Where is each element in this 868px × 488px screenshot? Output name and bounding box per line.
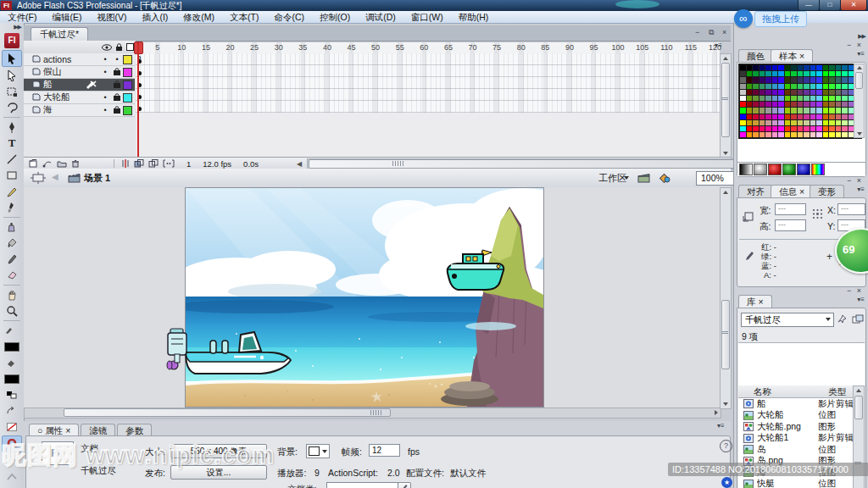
swatch-cell[interactable] <box>842 84 848 89</box>
panel-minimize-icon[interactable]: − <box>847 286 853 295</box>
gradient-swatch-linear-bw[interactable] <box>739 164 753 175</box>
swatch-cell[interactable] <box>842 108 848 113</box>
swatch-cell[interactable] <box>816 77 822 82</box>
layer-outline-color-swatch[interactable] <box>123 106 132 115</box>
swatch-cell[interactable] <box>765 114 771 119</box>
swatch-cell[interactable] <box>842 71 848 76</box>
swatch-cell[interactable] <box>791 114 797 119</box>
tab-parameters[interactable]: 参数 <box>117 424 152 436</box>
swatch-cell[interactable] <box>816 114 822 119</box>
swatch-cell[interactable] <box>823 132 829 137</box>
swatch-cell[interactable] <box>836 108 842 113</box>
menu-item-0[interactable]: 文件(F) <box>0 11 44 23</box>
swatch-cell[interactable] <box>816 102 822 107</box>
info-panel-menu-icon[interactable]: ▾≡ <box>857 186 865 192</box>
swatch-cell[interactable] <box>785 102 791 107</box>
bridge-icon[interactable]: ★ <box>721 477 732 488</box>
layer-row-大轮船[interactable]: 大轮船• <box>24 92 135 104</box>
layer-outline-color-swatch[interactable] <box>123 80 132 90</box>
delete-layer-button[interactable] <box>71 159 80 168</box>
swatch-cell[interactable] <box>823 126 829 131</box>
swatch-cell[interactable] <box>842 77 848 82</box>
edit-symbols-button[interactable] <box>658 172 670 183</box>
swatch-cell[interactable] <box>829 65 835 70</box>
library-item-岛[interactable]: 岛位图 <box>738 444 854 456</box>
swatch-cell[interactable] <box>816 126 822 131</box>
swatch-cell[interactable] <box>747 77 753 82</box>
swatch-cell[interactable] <box>829 132 835 137</box>
library-list-header[interactable]: 名称 类型 <box>738 385 854 398</box>
swatch-cell[interactable] <box>798 77 804 82</box>
swatch-cell[interactable] <box>747 120 753 125</box>
panel-minimize-icon[interactable]: − <box>847 41 853 49</box>
swatch-cell[interactable] <box>760 108 765 113</box>
width-field[interactable]: --- <box>775 203 806 215</box>
swatch-cell[interactable] <box>836 71 842 76</box>
outline-column-icon[interactable] <box>126 43 134 51</box>
swatch-cell[interactable] <box>829 71 835 76</box>
swatch-cell[interactable] <box>823 71 829 76</box>
document-tab[interactable]: 千帆过尽* <box>31 27 88 41</box>
swatch-cell[interactable] <box>836 77 842 82</box>
layer-visibility-dot[interactable]: • <box>99 93 111 102</box>
swatch-cell[interactable] <box>791 132 797 137</box>
menu-item-4[interactable]: 修改(M) <box>175 11 222 23</box>
tab-color[interactable]: 颜色 <box>738 49 773 62</box>
swatch-cell[interactable] <box>810 84 816 89</box>
swatch-cell[interactable] <box>798 65 804 70</box>
swatch-cell[interactable] <box>772 65 778 70</box>
gradient-swatch-radial-blue[interactable] <box>797 164 810 175</box>
tools-collapse-icon[interactable]: ▶▶ <box>0 23 24 30</box>
swatch-cell[interactable] <box>753 114 759 119</box>
tab-library[interactable]: 库 × <box>738 295 772 308</box>
swatch-cell[interactable] <box>785 71 791 76</box>
swatch-cell[interactable] <box>842 65 848 70</box>
rectangle-tool[interactable] <box>3 168 21 183</box>
swatch-cell[interactable] <box>836 132 842 137</box>
swatch-cell[interactable] <box>842 114 848 119</box>
no-color-button[interactable] <box>3 419 21 435</box>
swatch-cell[interactable] <box>823 108 829 113</box>
minimize-button[interactable]: — <box>798 0 820 11</box>
swatch-cell[interactable] <box>836 126 842 131</box>
swatch-cell[interactable] <box>747 65 753 70</box>
layer-row-船[interactable]: 船 <box>24 79 135 92</box>
scroll-up-arrow[interactable] <box>723 57 728 60</box>
doc-restore-icon[interactable]: ⧉ <box>709 28 714 37</box>
swatch-cell[interactable] <box>785 114 791 119</box>
swatch-cell[interactable] <box>798 132 804 137</box>
swatch-cell[interactable] <box>816 120 822 125</box>
layer-row-海[interactable]: 海• <box>24 104 135 117</box>
swatch-cell[interactable] <box>798 96 804 101</box>
swatch-cell[interactable] <box>747 108 753 113</box>
scrollbar-thumb[interactable] <box>64 408 391 417</box>
registration-grid-icon[interactable] <box>812 208 823 219</box>
swatch-cell[interactable] <box>836 84 842 89</box>
center-frame-button[interactable] <box>121 159 130 168</box>
close-button[interactable]: ✕ <box>840 0 867 11</box>
swatch-cell[interactable] <box>842 132 848 137</box>
tab-properties[interactable]: ○ 属性 × <box>29 424 79 436</box>
swatch-cell[interactable] <box>798 102 804 107</box>
swatch-cell[interactable] <box>753 90 759 95</box>
swatch-cell[interactable] <box>753 132 759 137</box>
swatch-cell[interactable] <box>778 96 784 101</box>
swatch-cell[interactable] <box>765 65 771 70</box>
swatch-cell[interactable] <box>765 132 771 137</box>
swatch-cell[interactable] <box>823 120 829 125</box>
swatch-cell[interactable] <box>785 84 791 89</box>
layer-visibility-dot[interactable]: • <box>99 106 111 114</box>
swatch-cell[interactable] <box>772 90 778 95</box>
pin-library-icon[interactable] <box>837 314 849 324</box>
menu-item-7[interactable]: 控制(O) <box>312 11 358 23</box>
swatch-cell[interactable] <box>772 84 778 89</box>
swatch-cell[interactable] <box>842 102 848 107</box>
swatch-cell[interactable] <box>836 114 842 119</box>
swatch-cell[interactable] <box>810 96 816 101</box>
swatch-cell[interactable] <box>816 65 822 70</box>
tab-align[interactable]: 对齐 <box>738 185 773 197</box>
swatch-cell[interactable] <box>753 65 759 70</box>
swatch-cell[interactable] <box>842 126 848 131</box>
swatch-cell[interactable] <box>753 120 759 125</box>
swatch-cell[interactable] <box>760 126 765 131</box>
